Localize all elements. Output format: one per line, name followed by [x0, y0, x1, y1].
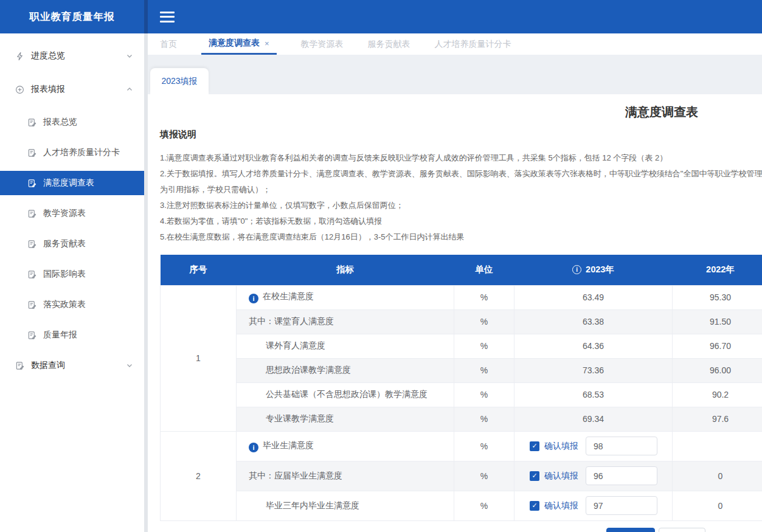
value-2022-cell: 96.00 [673, 358, 762, 382]
form-icon [27, 179, 37, 188]
indicator-cell: 思想政治课教学满意度 [237, 358, 454, 382]
sidebar-item-policy-implementation[interactable]: 落实政策表 [0, 292, 144, 317]
tab-label: 满意度调查表 [209, 38, 260, 49]
confirm-label: 确认填报 [544, 471, 578, 482]
seq-cell: 1 [161, 285, 237, 431]
tab-teaching-resources[interactable]: 教学资源表 [301, 33, 344, 55]
sidebar-item-label: 报表填报 [31, 84, 126, 95]
instruction-line: 2.关于数据填报。填写人才培养质量计分卡、满意度调查表、教学资源表、服务贡献表、… [160, 166, 762, 182]
value-2023-cell: 64.36 [514, 334, 673, 358]
value-input[interactable] [586, 466, 657, 485]
chevron-down-icon [126, 362, 133, 369]
unit-cell: % [454, 309, 514, 334]
tab-talent-scorecard[interactable]: 人才培养质量计分卡 [435, 33, 511, 55]
form-icon [27, 240, 37, 249]
confirm-checkbox[interactable]: ✓ [530, 471, 539, 481]
form-icon [27, 331, 37, 340]
content-card: 满意度调查表 填报说明 1.满意度调查表系通过对职业教育各利益相关者的调查与反馈… [148, 94, 762, 532]
menu-toggle-icon[interactable] [160, 12, 175, 22]
top-header [148, 0, 762, 33]
sidebar-item-label: 质量年报 [43, 330, 77, 340]
unit-cell: % [454, 491, 514, 520]
table-row: 2i毕业生满意度%✓确认填报 [161, 431, 762, 461]
value-2022-cell: 91.50 [673, 309, 762, 334]
tab-home[interactable]: 首页 [160, 33, 177, 55]
instruction-line: 3.注意对照数据表标注的计量单位，仅填写数字，小数点后保留两位； [160, 198, 762, 213]
info-icon: i [249, 443, 258, 452]
col-header-2022: 2022年 [673, 255, 762, 285]
value-2022-cell: 0 [673, 491, 762, 520]
tab-satisfaction-survey[interactable]: 满意度调查表× [201, 33, 277, 55]
instruction-line: 5.在校生满意度数据，将在满意度调查结束后（12月16日），3-5个工作日内计算… [160, 229, 762, 245]
save-button[interactable] [606, 528, 655, 532]
sidebar-item-label: 服务贡献表 [43, 238, 86, 249]
confirm-label: 确认填报 [544, 441, 578, 452]
main-area: 首页满意度调查表×教学资源表服务贡献表人才培养质量计分卡 2023填报 满意度调… [148, 0, 762, 532]
unit-cell: % [454, 358, 514, 382]
sidebar-item-report-filling[interactable]: 报表填报 [0, 77, 144, 102]
value-input[interactable] [586, 496, 657, 515]
sidebar-item-international-influence[interactable]: 国际影响表 [0, 262, 144, 286]
chevron-up-icon [126, 86, 133, 93]
confirm-checkbox[interactable]: ✓ [530, 441, 539, 451]
sidebar-item-report-overview[interactable]: 报表总览 [0, 110, 144, 134]
sidebar-item-label: 教学资源表 [43, 208, 86, 219]
table-row: 专业课教学满意度%69.3497.6 [161, 407, 762, 431]
table-row: 公共基础课（不含思想政治课）教学满意度%68.5390.2 [161, 382, 762, 407]
sidebar-item-label: 进度总览 [31, 50, 126, 61]
sidebar-item-teaching-resources[interactable]: 教学资源表 [0, 201, 144, 226]
instructions: 1.满意度调查表系通过对职业教育各利益相关者的调查与反馈来反映职业学校育人成效的… [160, 150, 762, 245]
sidebar-item-label: 满意度调查表 [43, 178, 94, 188]
form-icon [27, 118, 37, 127]
table-row: 1i在校生满意度%63.4995.30 [161, 285, 762, 309]
indicator-cell: i在校生满意度 [237, 285, 454, 309]
col-header-indicator: 指标 [237, 255, 454, 285]
table-row: 课外育人满意度%64.3696.70 [161, 334, 762, 358]
col-header-2023-label: 2023年 [586, 264, 614, 275]
value-2022-cell: 95.30 [673, 285, 762, 309]
sidebar-item-talent-scorecard[interactable]: 人才培养质量计分卡 [0, 140, 144, 165]
unit-cell: % [454, 334, 514, 358]
value-2022-cell: 0 [673, 461, 762, 491]
table-row: 其中：应届毕业生满意度%✓确认填报0 [161, 461, 762, 491]
confirm-checkbox[interactable]: ✓ [530, 501, 539, 511]
indicator-cell: 专业课教学满意度 [237, 407, 454, 431]
instructions-title: 填报说明 [160, 129, 762, 140]
sidebar-item-progress-overview[interactable]: 进度总览 [0, 44, 144, 68]
tab-label: 服务贡献表 [368, 39, 410, 50]
form-icon [27, 209, 37, 218]
sidebar-scrollbar[interactable] [144, 0, 148, 532]
sidebar-item-quality-report[interactable]: 质量年报 [0, 323, 144, 347]
year-tab[interactable]: 2023填报 [150, 68, 209, 94]
sidebar-item-satisfaction-survey[interactable]: 满意度调查表 [0, 171, 144, 195]
value-2023-cell: ✓确认填报 [514, 431, 673, 461]
indicator-cell: i毕业生满意度 [237, 431, 454, 461]
seq-cell: 2 [161, 431, 237, 520]
sidebar-item-label: 报表总览 [43, 117, 77, 128]
value-2023-cell: 63.38 [514, 309, 673, 334]
close-icon[interactable]: × [265, 39, 269, 48]
value-2022-cell: 96.70 [673, 334, 762, 358]
tab-bar: 首页满意度调查表×教学资源表服务贡献表人才培养质量计分卡 [148, 33, 762, 55]
unit-cell: % [454, 285, 514, 309]
value-2023-cell: 69.34 [514, 407, 673, 431]
secondary-button[interactable] [659, 528, 705, 532]
lightning-icon [15, 52, 25, 61]
indicator-cell: 毕业三年内毕业生满意度 [237, 491, 454, 520]
value-2023-cell: ✓确认填报 [514, 491, 673, 520]
sidebar-item-label: 落实政策表 [43, 299, 86, 310]
sidebar-item-label: 数据查询 [31, 360, 126, 371]
circle-plus-icon [15, 85, 25, 94]
sidebar-item-service-contribution[interactable]: 服务贡献表 [0, 232, 144, 256]
app-title: 职业教育质量年报 [0, 0, 144, 33]
year-info-icon: i [572, 265, 581, 274]
value-input[interactable] [586, 437, 657, 455]
unit-cell: % [454, 431, 514, 461]
instruction-line: 1.满意度调查表系通过对职业教育各利益相关者的调查与反馈来反映职业学校育人成效的… [160, 150, 762, 166]
table-row: 毕业三年内毕业生满意度%✓确认填报0 [161, 491, 762, 520]
tab-label: 人才培养质量计分卡 [435, 39, 511, 50]
value-2022-cell [673, 431, 762, 461]
tab-service-contribution[interactable]: 服务贡献表 [368, 33, 410, 55]
info-icon: i [249, 294, 258, 303]
sidebar-item-data-query[interactable]: 数据查询 [0, 353, 144, 378]
